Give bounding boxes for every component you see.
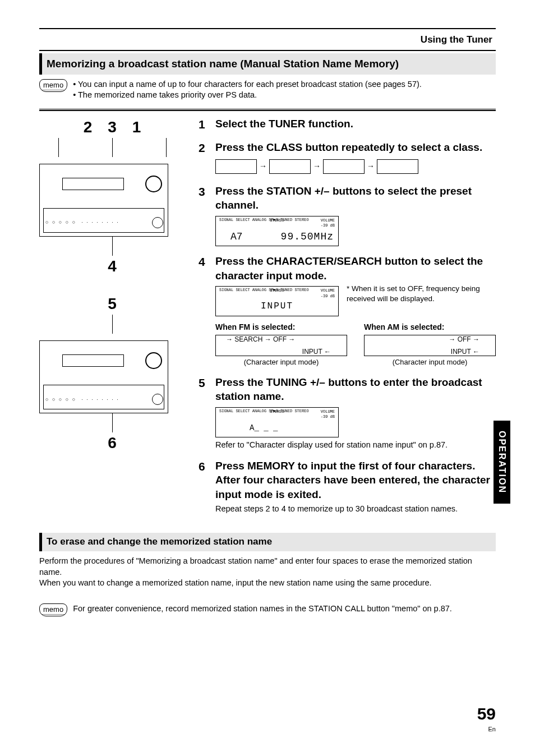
- left-column: 2 3 1 ○ ○ ○ ○ ○ · · · · · · · · 4 5 ○ ○ …: [39, 117, 185, 523]
- callout-line: [112, 237, 113, 256]
- step-title: Press the CHARACTER/SEARCH button to sel…: [215, 254, 496, 283]
- page-lang: En: [477, 725, 496, 734]
- lcd-volume: VOLUME -39 dB: [321, 288, 335, 299]
- memo-item: The memorized name takes priority over P…: [73, 90, 422, 101]
- lcd-indicators: SIGNAL SELECT ANALOG SP►A TUNED STEREO: [219, 218, 309, 222]
- mode-columns: When FM is selected: → SEARCH → OFF → IN…: [215, 322, 496, 367]
- step-title: Press the TUNING +/– buttons to enter th…: [215, 375, 496, 404]
- am-input: INPUT: [451, 348, 471, 356]
- callout-line: [112, 315, 113, 334]
- lcd-frequency: 99.50MHz: [281, 230, 334, 243]
- lcd-indicators: SIGNAL SELECT ANALOG SP►A TUNED STEREO: [219, 409, 309, 413]
- am-label: When AM is selected:: [364, 322, 496, 333]
- fm-diagram: → SEARCH → OFF → INPUT ←: [215, 335, 347, 356]
- rule-under: [39, 50, 496, 51]
- step-title: Select the TUNER function.: [215, 117, 353, 131]
- step-5-body: Refer to "Character display used for sta…: [215, 440, 496, 451]
- divider: [39, 109, 496, 111]
- title-bar: Memorizing a broadcast station name (Man…: [39, 53, 496, 75]
- step-number: 3: [199, 184, 210, 246]
- step-title: Press MEMORY to input the first of four …: [215, 459, 496, 502]
- lcd-preset: A7: [230, 230, 243, 243]
- sub-body-1: Perform the procedures of "Memorizing a …: [39, 556, 496, 578]
- step-6-body: Repeat steps 2 to 4 to memorize up to 30…: [215, 504, 496, 515]
- step-title: Press the CLASS button repeatedly to sel…: [215, 140, 496, 155]
- class-cycle-diagram: → → →: [215, 159, 496, 174]
- step-3: 3 Press the STATION +/– buttons to selec…: [199, 184, 496, 246]
- step-5: 5 Press the TUNING +/– buttons to enter …: [199, 375, 496, 451]
- callout-num: 5: [39, 293, 185, 315]
- lcd-entry: A_ _ _: [250, 423, 278, 434]
- step-4: 4 Press the CHARACTER/SEARCH button to s…: [199, 254, 496, 367]
- device-illustration: ○ ○ ○ ○ ○ · · · · · · · ·: [39, 164, 168, 237]
- am-flow: OFF: [458, 335, 471, 343]
- lcd-vol-value: -39 dB: [321, 414, 335, 420]
- sub-section-title: To erase and change the memorized statio…: [39, 533, 496, 551]
- memo-block: memo You can input a name of up to four …: [39, 79, 496, 101]
- callout-line: [112, 413, 113, 432]
- rule-top: [39, 28, 496, 29]
- lcd-stereo: STEREO: [270, 288, 284, 293]
- callout-line: [58, 138, 59, 157]
- callout-num: 6: [39, 432, 185, 454]
- lcd-display: SIGNAL SELECT ANALOG SP►A TUNED STEREO S…: [215, 286, 339, 316]
- section-header: Using the Tuner: [39, 31, 496, 50]
- memo-block-2: memo For greater convenience, record mem…: [39, 603, 496, 617]
- memo2-text: For greater convenience, record memorize…: [73, 603, 452, 615]
- step-title: Press the STATION +/– buttons to select …: [215, 184, 496, 213]
- sub-body-2: When you want to change a memorized stat…: [39, 578, 496, 589]
- memo-list: You can input a name of up to four chara…: [73, 79, 422, 101]
- right-column: 1 Select the TUNER function. 2 Press the…: [199, 117, 496, 523]
- lcd-vol-label: VOLUME: [321, 288, 335, 293]
- fm-label: When FM is selected:: [215, 322, 347, 333]
- lcd-volume: VOLUME -39 dB: [321, 218, 335, 229]
- step-6: 6 Press MEMORY to input the first of fou…: [199, 459, 496, 515]
- lcd-volume: VOLUME -39 dB: [321, 409, 335, 420]
- callout-num: 2: [84, 117, 93, 138]
- am-caption: (Character input mode): [364, 357, 496, 367]
- lcd-vol-label: VOLUME: [321, 409, 335, 414]
- step-number: 4: [199, 254, 210, 367]
- page-number: 59: [477, 703, 496, 726]
- lcd-vol-value: -39 dB: [321, 294, 335, 299]
- memo-item: You can input a name of up to four chara…: [73, 79, 422, 90]
- step-number: 1: [199, 117, 210, 132]
- fm-flow: SEARCH → OFF: [234, 335, 287, 343]
- am-diagram: → OFF → INPUT ←: [364, 335, 496, 356]
- step-number: 2: [199, 140, 210, 176]
- device-illustration: ○ ○ ○ ○ ○ · · · · · · · ·: [39, 340, 168, 413]
- fm-input: INPUT: [302, 348, 322, 356]
- callout-num: 4: [39, 256, 185, 277]
- lcd-indicators: SIGNAL SELECT ANALOG SP►A TUNED STEREO: [219, 288, 309, 292]
- page-footer: 59 En: [477, 703, 496, 734]
- lcd-vol-value: -39 dB: [321, 223, 335, 228]
- lcd-mode: INPUT: [261, 301, 293, 313]
- step-number: 5: [199, 375, 210, 451]
- step-1: 1 Select the TUNER function.: [199, 117, 496, 132]
- memo-badge: memo: [39, 603, 67, 617]
- callout-top-row: 2 3 1: [39, 117, 185, 138]
- lcd-display: SIGNAL SELECT ANALOG SP►A TUNED STEREO S…: [215, 216, 339, 246]
- callout-line: [112, 138, 113, 157]
- step-number: 6: [199, 459, 210, 515]
- lcd-stereo: STEREO: [270, 409, 284, 414]
- lcd-vol-label: VOLUME: [321, 218, 335, 223]
- callout-num: 1: [132, 117, 141, 138]
- callout-num: 3: [108, 117, 117, 138]
- callout-line: [166, 138, 167, 157]
- memo-badge: memo: [39, 79, 67, 93]
- step-4-note: * When it is set to OFF, frequency being…: [347, 283, 496, 304]
- lcd-stereo: STEREO: [270, 218, 284, 223]
- lcd-display: SIGNAL SELECT ANALOG SP►A TUNED STEREO S…: [215, 407, 339, 437]
- step-2: 2 Press the CLASS button repeatedly to s…: [199, 140, 496, 176]
- side-tab-operation: OPERATION: [494, 421, 510, 504]
- fm-caption: (Character input mode): [215, 357, 347, 367]
